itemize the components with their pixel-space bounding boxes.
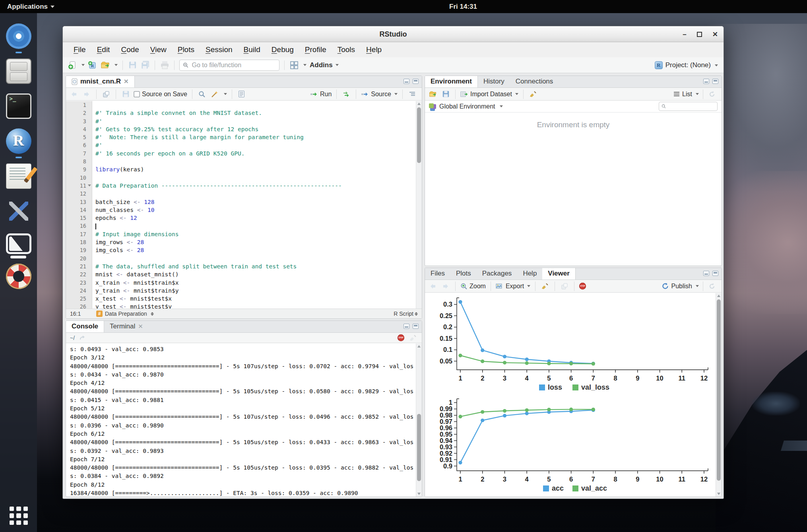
back-icon[interactable] [428,282,438,291]
document-outline-icon[interactable] [407,89,417,99]
menu-session[interactable]: Session [200,43,238,56]
publish-label[interactable]: Publish [671,283,692,290]
scroll-down-icon[interactable] [717,493,720,495]
file-type-selector[interactable]: R Script [394,311,418,317]
clear-viewer-broom-icon[interactable] [540,282,550,291]
rstudio-icon[interactable] [6,128,31,154]
menu-build[interactable]: Build [239,43,266,56]
list-mode-label[interactable]: List [682,91,692,98]
menu-plots[interactable]: Plots [173,43,200,56]
new-file-dropdown[interactable] [81,64,85,66]
menu-view[interactable]: View [145,43,172,56]
titlebar[interactable]: RStudio – ✕ [63,26,724,42]
viewer-tab-files[interactable]: Files [425,268,450,280]
scroll-down-icon[interactable] [417,493,421,495]
goto-directory-icon[interactable] [78,333,87,343]
maximize-pane-icon[interactable] [712,271,718,276]
goto-file-input[interactable] [191,61,276,69]
code-tools-wand-icon[interactable] [210,89,219,99]
working-directory[interactable]: ~/ [70,335,75,341]
menu-edit[interactable]: Edit [92,43,115,56]
pane-layout-dropdown[interactable] [303,64,307,66]
goto-file-box[interactable] [179,60,279,71]
minimize-button[interactable]: – [683,31,686,38]
viewer-tab-viewer[interactable]: Viewer [542,268,576,280]
environment-tab-connections[interactable]: Connections [510,76,559,87]
global-environment-selector[interactable]: Global Environment [439,103,495,110]
maximize-pane-icon[interactable] [413,324,419,329]
menu-debug[interactable]: Debug [266,43,299,56]
text-editor-icon[interactable] [6,163,31,189]
console-scrollbar[interactable] [416,344,422,497]
refresh-icon[interactable] [707,89,717,99]
minimize-pane-icon[interactable] [404,324,409,329]
editor-code[interactable]: #' Trains a simple convnet on the MNIST … [92,101,422,309]
console-tab-console[interactable]: Console [66,320,104,332]
viewer-tab-help[interactable]: Help [517,268,542,280]
save-icon[interactable] [121,89,130,99]
tools-icon[interactable] [6,198,31,224]
maximize-pane-icon[interactable] [712,79,718,84]
menu-file[interactable]: File [68,43,91,56]
tab-mnist-cnn[interactable]: mnist_cnn.R ✕ [66,76,135,87]
export-button[interactable]: Export [496,283,530,290]
scroll-up-icon[interactable] [417,103,421,105]
code-tools-dropdown[interactable] [224,93,227,95]
rerun-icon[interactable] [341,89,351,99]
display-icon[interactable] [6,233,31,254]
viewer-scroll-thumb[interactable] [717,299,721,481]
console-scroll-thumb[interactable] [417,414,421,481]
load-workspace-icon[interactable] [428,89,438,99]
source-on-save-toggle[interactable]: Source on Save [134,91,187,98]
environment-search-box[interactable] [659,102,718,111]
refresh-icon[interactable] [707,282,717,291]
menu-tools[interactable]: Tools [332,43,360,56]
viewer-tab-plots[interactable]: Plots [450,268,477,280]
minimize-pane-icon[interactable] [703,271,709,276]
maximize-button[interactable] [697,32,702,37]
new-project-button[interactable]: R [88,60,97,70]
maximize-pane-icon[interactable] [413,79,419,84]
clock[interactable]: Fri 14:31 [449,0,477,13]
clear-environment-broom-icon[interactable] [528,89,538,99]
close-tab-icon[interactable]: ✕ [138,323,143,330]
environment-search-input[interactable] [668,103,715,110]
find-icon[interactable] [197,89,207,99]
code-editor[interactable]: 1234567891011121314151617181920212223242… [66,101,422,309]
clear-console-broom-icon[interactable] [408,333,418,343]
new-file-button[interactable] [68,60,77,70]
forward-icon[interactable] [82,89,91,99]
stop-icon[interactable] [398,334,404,341]
close-button[interactable]: ✕ [712,31,718,38]
applications-menu[interactable]: Applications [0,0,62,13]
addins-menu[interactable]: Addins [310,61,339,69]
fold-icon[interactable] [88,184,91,186]
viewer-tab-packages[interactable]: Packages [477,268,518,280]
console-tab-terminal[interactable]: Terminal✕ [104,320,149,332]
save-workspace-icon[interactable] [441,89,450,99]
pane-layout-button[interactable] [289,60,299,70]
minimize-pane-icon[interactable] [703,79,709,84]
project-menu[interactable]: R Project: (None) [655,57,718,73]
run-button[interactable]: Run [310,91,332,98]
menu-profile[interactable]: Profile [300,43,332,56]
source-button[interactable]: Source [361,91,398,98]
environment-tab-history[interactable]: History [478,76,510,87]
open-recent-dropdown[interactable] [114,64,118,66]
editor-scroll-thumb[interactable] [417,107,421,163]
app-grid-button[interactable] [10,507,28,525]
import-dataset-button[interactable]: Import Dataset [460,91,518,98]
stop-icon[interactable] [579,283,586,289]
viewer-scrollbar[interactable] [716,293,722,497]
print-button[interactable] [160,60,169,70]
close-tab-icon[interactable]: ✕ [124,78,129,85]
save-button[interactable] [128,60,137,70]
zoom-button[interactable]: Zoom [460,283,486,290]
help-icon[interactable] [6,264,31,289]
console-output[interactable]: s: 0.0493 - val_acc: 0.9853Epoch 3/12480… [66,344,422,497]
save-all-button[interactable] [140,60,150,70]
scroll-up-icon[interactable] [717,295,720,297]
menu-help[interactable]: Help [361,43,387,56]
compile-report-icon[interactable] [237,89,246,99]
forward-icon[interactable] [441,282,450,291]
